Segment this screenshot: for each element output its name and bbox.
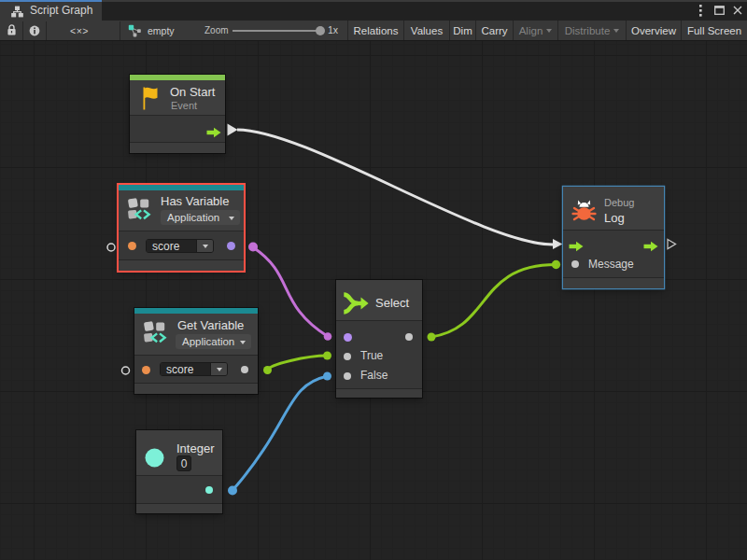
lock-button[interactable]	[0, 21, 22, 40]
node-body	[130, 115, 225, 142]
flow-input-port[interactable]	[569, 239, 584, 256]
variable-name-dropdown-button[interactable]	[210, 363, 227, 375]
node-select[interactable]: Select True False	[336, 280, 422, 398]
dim-button[interactable]: Dim	[449, 21, 475, 40]
node-header: Debug Log	[563, 187, 664, 230]
full-screen-button[interactable]: Full Screen	[681, 21, 747, 40]
bug-icon	[571, 198, 597, 227]
unconnected-flow-output-hint[interactable]	[668, 240, 676, 249]
condition-input-port[interactable]	[344, 333, 352, 342]
node-get-variable[interactable]: Get Variable Application score	[134, 308, 258, 394]
node-header: Select	[336, 280, 422, 320]
button-label: Distribute	[565, 25, 611, 36]
graph-breadcrumb[interactable]: empty	[128, 21, 175, 40]
button-label: Overview	[631, 25, 676, 36]
wire-end-arrow	[553, 239, 563, 249]
chevron-down-icon	[240, 341, 246, 344]
wire-select-to-message[interactable]	[431, 265, 557, 338]
flag-icon	[137, 84, 162, 114]
field-value: score	[147, 240, 196, 252]
variable-name-input-port[interactable]	[142, 366, 150, 374]
selection-output-port[interactable]	[405, 333, 413, 341]
variable-name-input-port[interactable]	[128, 242, 136, 250]
node-title: On Start	[170, 85, 215, 99]
window-controls	[691, 0, 747, 21]
button-label: Align	[519, 25, 543, 36]
graph-hierarchy-icon	[11, 5, 23, 21]
field-value: score	[161, 363, 210, 375]
close-icon[interactable]	[728, 0, 747, 21]
true-input-port[interactable]	[344, 353, 351, 360]
code-view-button[interactable]: <×>	[47, 21, 112, 40]
node-title: Select	[375, 296, 409, 310]
info-icon	[29, 25, 40, 36]
variable-name-dropdown-button[interactable]	[196, 240, 213, 252]
unconnected-input-hint[interactable]	[122, 367, 130, 374]
node-debug-log[interactable]: Debug Log Message	[563, 187, 664, 288]
dropdown-value: Application	[161, 212, 229, 223]
unconnected-input-hint[interactable]	[107, 244, 115, 251]
variable-scope-dropdown[interactable]: Application	[161, 210, 240, 225]
zoom-value: 1x	[328, 21, 338, 40]
node-body: True False	[336, 320, 422, 388]
variable-name-field[interactable]: score	[160, 362, 228, 376]
zoom-label: Zoom	[204, 21, 229, 40]
flow-output-port[interactable]	[643, 239, 658, 256]
variables-icon	[126, 196, 152, 226]
field-value: 0	[181, 457, 188, 470]
dropdown-value: Application	[176, 336, 240, 347]
variable-scope-dropdown[interactable]: Application	[176, 334, 251, 349]
carry-button[interactable]: Carry	[475, 21, 513, 40]
node-surtitle: Debug	[604, 197, 634, 208]
node-on-start[interactable]: On Start Event	[130, 75, 225, 153]
variable-name-field[interactable]: score	[146, 239, 214, 253]
wire-getvariable-to-true[interactable]	[268, 356, 328, 371]
select-icon	[342, 292, 370, 318]
chevron-down-icon	[613, 29, 619, 33]
wire-endpoint	[323, 352, 331, 360]
node-integer[interactable]: Integer 0	[136, 430, 222, 513]
node-title: Has Variable	[161, 194, 229, 208]
node-subtitle: Event	[171, 100, 197, 111]
node-body	[136, 475, 222, 503]
kebab-menu-icon[interactable]	[691, 0, 710, 21]
wire-onstart-to-log[interactable]	[237, 130, 553, 245]
value-output-port[interactable]	[205, 486, 213, 494]
port-label-message: Message	[588, 258, 634, 271]
toolbar-buttons: Relations Values Dim Carry Align Distrib…	[347, 21, 747, 40]
tab-title: Script Graph	[30, 0, 92, 21]
graph-pointer-icon	[128, 24, 143, 37]
node-footer	[130, 142, 225, 153]
lock-icon	[7, 24, 17, 36]
node-has-variable[interactable]: Has Variable Application score	[119, 185, 244, 271]
info-button[interactable]	[23, 21, 46, 40]
code-glyph: <×>	[70, 25, 89, 36]
zoom-slider-handle[interactable]	[316, 26, 325, 35]
distribute-button[interactable]: Distribute	[557, 21, 626, 40]
flow-output-port[interactable]	[206, 125, 221, 142]
node-header: On Start Event	[130, 80, 225, 115]
tab-script-graph[interactable]: Script Graph	[0, 0, 102, 21]
script-graph-window: Script Graph	[0, 0, 747, 560]
chevron-down-icon	[229, 217, 234, 220]
graph-canvas[interactable]: On Start Event	[0, 41, 747, 560]
port-label-true: True	[360, 349, 383, 362]
align-button[interactable]: Align	[513, 21, 557, 40]
overview-button[interactable]: Overview	[626, 21, 681, 40]
wire-hasvariable-to-select[interactable]	[253, 247, 328, 337]
zoom-slider-track[interactable]	[233, 30, 317, 32]
value-output-port[interactable]	[241, 366, 248, 373]
wire-endpoint	[228, 486, 237, 496]
node-footer	[563, 277, 664, 288]
maximize-icon[interactable]	[710, 0, 728, 21]
values-button[interactable]: Values	[403, 21, 449, 40]
chevron-down-icon	[546, 29, 552, 33]
node-header: Has Variable Application	[119, 190, 244, 231]
result-output-port[interactable]	[227, 242, 235, 250]
node-footer	[119, 259, 244, 271]
message-input-port[interactable]	[571, 260, 579, 268]
port-label-false: False	[360, 369, 388, 382]
integer-value-field[interactable]: 0	[176, 455, 191, 471]
relations-button[interactable]: Relations	[347, 21, 403, 40]
false-input-port[interactable]	[344, 372, 351, 380]
